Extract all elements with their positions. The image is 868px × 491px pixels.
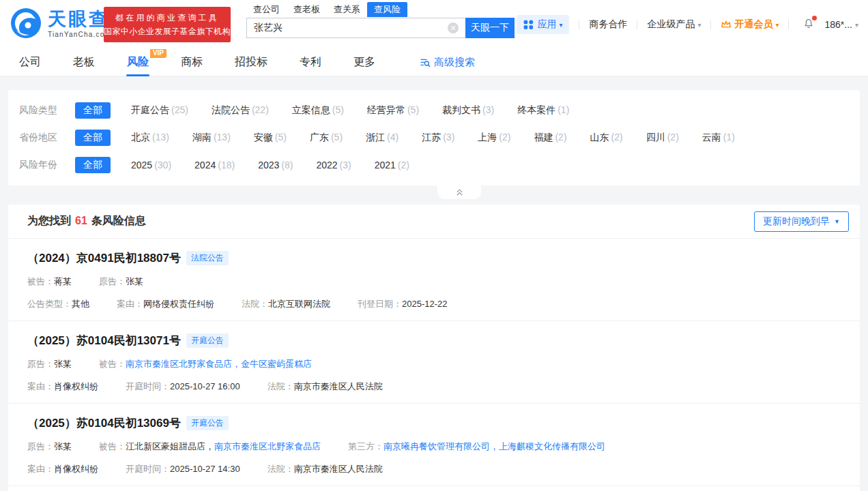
province-all-pill[interactable]: 全部 (75, 130, 111, 146)
company-link[interactable]: 南京曦冉餐饮管理有限公司，上海麒稷文化传播有限公司 (384, 441, 605, 451)
divider (579, 20, 579, 29)
filter-option[interactable]: 安徽(5) (254, 132, 287, 144)
sort-order-button[interactable]: 更新时间晚到早 ▼ (754, 211, 849, 232)
results-header: 为您找到61条风险信息 更新时间晚到早 ▼ (8, 205, 860, 239)
company-link[interactable]: 南京市秦淮区北野家食品店 (214, 441, 321, 451)
filter-option[interactable]: 裁判文书(3) (442, 104, 494, 117)
nav-tab-bidding[interactable]: 招投标 (235, 49, 267, 76)
filter-option[interactable]: 经营异常(5) (367, 104, 419, 117)
nav-tab-company[interactable]: 公司 (19, 49, 41, 76)
meta-value: 肖像权纠纷 (54, 464, 98, 474)
filter-row-risk-type: 风险类型 全部 开庭公告(25) 法院公告(22) 立案信息(5) 经营异常(5… (8, 97, 860, 124)
nav-tab-risk[interactable]: 风险 VIP (127, 49, 149, 76)
filter-label-year: 风险年份 (19, 159, 75, 171)
risk-type-badge: 法院公告 (186, 251, 229, 265)
clear-icon[interactable]: ✕ (448, 23, 459, 33)
results-count-text: 为您找到61条风险信息 (27, 214, 146, 228)
nav-tab-patent[interactable]: 专利 (300, 49, 321, 76)
filter-label-risk-type: 风险类型 (19, 104, 75, 117)
risk-type-badge: 开庭公告 (186, 333, 229, 348)
collapse-chevron-icon (454, 188, 465, 198)
filter-option[interactable]: 2022(3) (316, 160, 351, 170)
divider (710, 20, 711, 29)
filter-option[interactable]: 2023(8) (258, 160, 293, 170)
meta-value: 2025-10-27 14:30 (170, 464, 240, 474)
filter-option[interactable]: 浙江(4) (366, 132, 399, 144)
search-input[interactable] (246, 18, 465, 38)
found-suffix: 条风险信息 (91, 215, 146, 226)
vip-badge: VIP (150, 48, 167, 58)
case-number[interactable]: （2025）苏0104民初13069号 (27, 415, 181, 431)
meta-row: 公告类型：其他 案由：网络侵权责任纠纷 法院：北京互联网法院 刊登日期：2025… (27, 297, 841, 311)
filter-option[interactable]: 广东(5) (310, 132, 343, 144)
search-area: 查公司 查老板 查关系 查风险 ✕ 天眼一下 (246, 3, 515, 38)
nav-tab-risk-label: 风险 (127, 55, 149, 70)
search-tab-relation[interactable]: 查关系 (327, 2, 367, 17)
meta-value: 肖像权纠纷 (54, 381, 98, 391)
apps-label: 应用 (537, 18, 556, 31)
business-cooperation-link[interactable]: 商务合作 (589, 18, 627, 31)
account-menu[interactable]: 186*... ▾ (824, 19, 858, 30)
filter-option[interactable]: 终本案件(1) (517, 104, 569, 117)
risk-type-all-pill[interactable]: 全部 (75, 102, 111, 119)
enterprise-label: 企业级产品 (647, 18, 695, 31)
case-number[interactable]: （2024）京0491民初18807号 (27, 250, 181, 266)
meta-value: 南京市秦淮区人民法院 (294, 464, 383, 474)
logo-subtitle: TianYanCha.com (48, 31, 111, 38)
risk-result-card[interactable]: （2024）京0491民初18807号 法院公告 被告：蒋某 原告：张某 公告类… (8, 239, 860, 321)
meta-value: 其他 (72, 299, 89, 309)
filter-option[interactable]: 2024(18) (194, 160, 235, 170)
open-vip-button[interactable]: 开通会员 ▾ (721, 18, 779, 31)
year-all-pill[interactable]: 全部 (75, 157, 111, 173)
crown-icon (721, 19, 732, 30)
apps-grid-icon (523, 20, 534, 30)
risk-result-card[interactable]: （2025）苏0104民初13071号 开庭公告 原告：张某 被告：南京市秦淮区… (8, 321, 860, 403)
apps-menu-button[interactable]: 应用 ▾ (517, 15, 569, 34)
tianyancha-logo[interactable]: 天眼查 TianYanCha.com (10, 7, 111, 40)
vip-label: 开通会员 (734, 18, 772, 31)
filter-option[interactable]: 山东(2) (590, 132, 623, 144)
filter-option[interactable]: 上海(2) (478, 132, 510, 144)
nav-tab-boss[interactable]: 老板 (73, 49, 95, 76)
party-label: 原告： (27, 441, 54, 451)
meta-value: 南京市秦淮区人民法院 (294, 381, 383, 391)
tianyancha-logo-icon (10, 7, 42, 40)
meta-label: 法院： (242, 299, 268, 309)
case-number[interactable]: （2025）苏0104民初13071号 (27, 333, 181, 348)
filter-option[interactable]: 云南(1) (702, 132, 735, 144)
filter-option[interactable]: 湖南(13) (192, 132, 231, 144)
advanced-search-button[interactable]: 高级搜索 (420, 56, 475, 69)
parties-row: 被告：蒋某 原告：张某 (27, 275, 841, 288)
chevron-down-icon: ▾ (559, 21, 562, 29)
search-tab-company[interactable]: 查公司 (246, 2, 287, 17)
notifications-button[interactable] (802, 18, 815, 32)
enterprise-products-menu[interactable]: 企业级产品 ▾ (647, 18, 701, 31)
brand-slogan: 都在用的商业查询工具 国家中小企业发展子基金旗下机构 (104, 7, 231, 42)
filter-option[interactable]: 2021(2) (375, 160, 409, 170)
search-button[interactable]: 天眼一下 (465, 18, 515, 38)
meta-label: 法院： (267, 464, 294, 474)
filter-option[interactable]: 立案信息(5) (292, 104, 344, 117)
filter-option[interactable]: 江苏(3) (422, 132, 454, 144)
header-right: 应用 ▾ 商务合作 企业级产品 ▾ 开通会员 ▾ 186*... (517, 0, 858, 49)
divider (637, 20, 637, 29)
risk-result-card[interactable]: （2025）苏0104民初13069号 开庭公告 原告：张某 被告：江北新区豪姐… (8, 403, 860, 486)
search-tab-risk[interactable]: 查风险 (367, 2, 407, 17)
meta-label: 案由： (27, 381, 54, 391)
logo-title: 天眼查 (48, 9, 111, 29)
chevron-down-icon: ▾ (697, 21, 701, 29)
meta-label: 案由： (117, 299, 143, 309)
nav-tab-more[interactable]: 更多 (353, 49, 375, 76)
company-link[interactable]: 南京市秦淮区北野家食品店，金牛区蜜屿蛋糕店 (126, 359, 312, 369)
filter-option[interactable]: 2025(30) (131, 160, 171, 170)
search-tab-boss[interactable]: 查老板 (287, 2, 327, 17)
filter-option[interactable]: 北京(13) (131, 132, 169, 144)
filter-option[interactable]: 开庭公告(25) (131, 104, 188, 117)
filter-option[interactable]: 福建(2) (534, 132, 566, 144)
collapse-filters-button[interactable] (437, 185, 481, 199)
active-tab-underline (126, 74, 149, 76)
filter-option[interactable]: 法院公告(22) (212, 104, 269, 117)
party-value: 张某 (54, 441, 72, 451)
nav-tab-trademark[interactable]: 商标 (181, 49, 203, 76)
filter-option[interactable]: 四川(2) (646, 132, 679, 144)
